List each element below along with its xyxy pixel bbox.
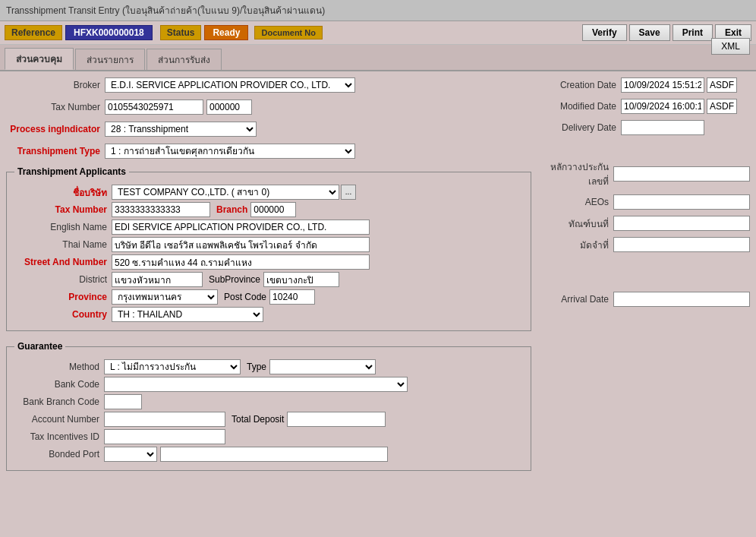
transhipment-type-label: Transhipment Type [6, 146, 105, 156]
tax-incentives-label: Tax Incentives ID [13, 431, 104, 442]
bank-code-label: Bank Code [13, 379, 104, 390]
aeos-input[interactable] [613, 194, 750, 210]
transhipment-type-select[interactable]: 1 : การถ่ายสำโนเขตศุลกากรเดียวกัน [105, 144, 355, 159]
branch-input[interactable] [250, 202, 296, 217]
tax-number-label: Tax Number [6, 102, 105, 112]
street-label: Street And Number [13, 257, 112, 267]
method-select[interactable]: L : ไม่มีการวางประกัน [104, 359, 241, 374]
applicant-tax-input[interactable] [112, 202, 210, 217]
reference-value: HFXK000000018 [65, 25, 153, 40]
english-name-input[interactable] [112, 220, 370, 235]
postcode-label: Post Code [224, 292, 266, 302]
arrival-date-input[interactable] [613, 292, 750, 307]
guarantee-title: Guarantee [14, 341, 65, 352]
bank-branch-input[interactable] [104, 394, 142, 409]
modified-date-input[interactable] [621, 99, 704, 114]
modified-date-label: Modified Date [537, 101, 621, 112]
tax-number-input[interactable] [105, 100, 203, 115]
broker-select[interactable]: E.D.I. SERVICE APPLICATION PROVIDER CO.,… [105, 77, 355, 93]
security-no-label: หลักวางประกันเลขที่ [537, 160, 613, 188]
security-no-input[interactable] [613, 166, 750, 182]
street-input[interactable] [112, 254, 370, 270]
company-ellipsis-button[interactable]: ... [341, 185, 356, 200]
bundle-input[interactable] [613, 237, 750, 252]
bonded-port-label: Bonded Port [13, 449, 104, 460]
country-label: Country [13, 309, 112, 320]
print-label-input[interactable] [613, 216, 750, 231]
broker-label: Broker [6, 80, 105, 90]
save-button[interactable]: Save [629, 24, 670, 41]
print-button[interactable]: Print [673, 24, 713, 41]
verify-button[interactable]: Verify [582, 24, 627, 41]
aeos-label: AEOs [537, 197, 613, 207]
country-select[interactable]: TH : THAILAND [112, 307, 263, 322]
xml-button[interactable]: XML [711, 38, 750, 55]
company-label: ชื่อบริษัท [13, 185, 112, 200]
applicant-tax-label: Tax Number [13, 204, 112, 215]
postcode-input[interactable] [269, 289, 315, 305]
creation-date-label: Creation Date [537, 80, 621, 90]
province-select[interactable]: กรุงเทพมหานคร [112, 289, 218, 305]
status-value: Ready [204, 25, 248, 40]
arrival-date-label: Arrival Date [537, 294, 613, 305]
docno-label: Document No [254, 26, 323, 39]
province-label: Province [13, 292, 112, 302]
subprovince-label: SubProvince [209, 274, 260, 285]
district-label: District [13, 274, 112, 285]
toolbar: Reference HFXK000000018 Status Ready Doc… [0, 21, 756, 45]
account-label: Account Number [13, 414, 104, 425]
reference-label: Reference [5, 25, 62, 40]
tab-delivery[interactable]: ส่วนการรับส่ง [146, 49, 222, 70]
process-indicator-select[interactable]: 28 : Transshipment [105, 122, 257, 137]
bundle-label: มัดจำที่ [537, 238, 613, 252]
print-label-label: ทัณฑ์บนที่ [537, 216, 613, 231]
tab-summary[interactable]: ส่วนควบคุม [5, 48, 74, 70]
bonded-port-text-input[interactable] [160, 447, 388, 462]
modified-user-input[interactable] [707, 99, 737, 114]
total-deposit-label: Total Deposit [232, 414, 284, 425]
title-bar: Transshipment Transit Entry (ใบอนุสินค้า… [0, 0, 756, 21]
english-name-label: English Name [13, 222, 112, 232]
status-label: Status [160, 25, 202, 40]
account-input[interactable] [104, 412, 225, 427]
thai-name-input[interactable] [112, 237, 370, 252]
total-deposit-input[interactable] [287, 412, 386, 427]
bonded-port-select[interactable] [104, 447, 157, 462]
window-title: Transshipment Transit Entry (ใบอนุสินค้า… [6, 5, 325, 16]
delivery-date-label: Delivery Date [537, 122, 621, 133]
applicants-title: Transhipment Applicants [14, 166, 129, 177]
thai-name-label: Thai Name [13, 239, 112, 250]
tax-incentives-input[interactable] [104, 429, 225, 444]
bank-code-select[interactable] [104, 377, 408, 392]
type-label: Type [247, 362, 266, 372]
branch-label: Branch [216, 204, 247, 215]
tab-bar: ส่วนควบคุม ส่วนรายการ ส่วนการรับส่ง [0, 45, 756, 71]
bank-branch-label: Bank Branch Code [13, 396, 104, 407]
company-select[interactable]: TEST COMPANY CO.,LTD. ( สาขา 0) [112, 185, 339, 200]
guarantee-section: Guarantee Method L : ไม่มีการวางประกัน T… [6, 346, 531, 471]
method-label: Method [13, 362, 104, 372]
type-select[interactable] [269, 359, 376, 374]
delivery-date-input[interactable] [621, 120, 704, 135]
tab-detail[interactable]: ส่วนรายการ [75, 49, 145, 70]
creation-user-input[interactable] [707, 77, 737, 93]
creation-date-input[interactable] [621, 77, 704, 93]
subprovince-input[interactable] [263, 272, 339, 287]
applicants-section: Transhipment Applicants ชื่อบริษัท TEST … [6, 172, 531, 331]
district-input[interactable] [112, 272, 203, 287]
process-indicator-label: Process ingIndicator [6, 124, 105, 134]
tax-number-suffix-input[interactable] [206, 100, 252, 115]
